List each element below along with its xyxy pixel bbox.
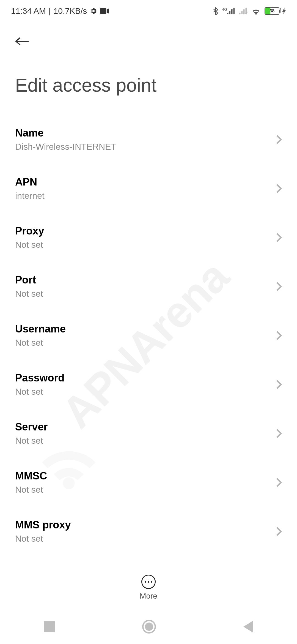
svg-rect-3 xyxy=(231,9,233,14)
row-mmsc[interactable]: MMSC Not set xyxy=(0,458,297,507)
svg-rect-5 xyxy=(239,13,241,14)
bluetooth-icon xyxy=(213,7,218,15)
row-label: Name xyxy=(15,127,116,139)
camera-icon xyxy=(100,8,109,14)
row-username[interactable]: Username Not set xyxy=(0,311,297,360)
svg-rect-7 xyxy=(243,9,245,14)
more-button[interactable] xyxy=(141,575,156,589)
network-type-label: 4G xyxy=(222,7,227,12)
wifi-icon xyxy=(251,7,261,15)
row-mms-proxy[interactable]: MMS proxy Not set xyxy=(0,507,297,556)
row-value: Not set xyxy=(15,338,66,348)
chevron-right-icon xyxy=(276,477,282,488)
row-password[interactable]: Password Not set xyxy=(0,360,297,409)
bottom-action-bar: More xyxy=(0,568,297,605)
row-apn[interactable]: APN internet xyxy=(0,164,297,213)
row-label: Username xyxy=(15,323,66,335)
nav-home-button[interactable] xyxy=(142,620,156,634)
row-value: Not set xyxy=(15,387,65,397)
arrow-left-icon xyxy=(15,36,29,47)
row-label: Proxy xyxy=(15,225,44,237)
chevron-right-icon xyxy=(276,232,282,243)
svg-rect-4 xyxy=(233,8,235,14)
row-value: Not set xyxy=(15,534,71,544)
nav-recent-button[interactable] xyxy=(44,621,55,632)
gear-icon xyxy=(90,7,97,15)
nav-back-button[interactable] xyxy=(243,621,253,633)
charging-icon xyxy=(282,8,286,14)
row-label: Server xyxy=(15,421,48,433)
chevron-right-icon xyxy=(276,526,282,537)
row-value: Not set xyxy=(15,240,44,250)
row-label: APN xyxy=(15,176,45,188)
row-name[interactable]: Name Dish-Wireless-INTERNET xyxy=(0,115,297,164)
row-value: internet xyxy=(15,191,45,201)
row-port[interactable]: Port Not set xyxy=(0,262,297,311)
row-label: MMS proxy xyxy=(15,519,71,531)
chevron-right-icon xyxy=(276,379,282,390)
row-value: Not set xyxy=(15,289,43,299)
status-time: 11:34 AM xyxy=(11,6,46,16)
row-label: MMSC xyxy=(15,470,47,482)
row-proxy[interactable]: Proxy Not set xyxy=(0,213,297,262)
row-value: Not set xyxy=(15,485,47,495)
row-value: Not set xyxy=(15,436,48,446)
row-server[interactable]: Server Not set xyxy=(0,409,297,458)
svg-rect-1 xyxy=(227,13,229,14)
svg-rect-2 xyxy=(229,11,231,14)
more-label: More xyxy=(140,592,157,601)
svg-rect-6 xyxy=(241,11,243,14)
chevron-right-icon xyxy=(276,428,282,439)
settings-list: Name Dish-Wireless-INTERNET APN internet… xyxy=(0,104,297,556)
status-data-rate: 10.7KB/s xyxy=(54,6,87,16)
more-dots-icon xyxy=(145,581,152,583)
chevron-right-icon xyxy=(276,134,282,145)
signal-sim2-icon xyxy=(239,8,248,14)
row-label: Port xyxy=(15,274,43,286)
signal-sim1-icon xyxy=(227,8,235,14)
chevron-right-icon xyxy=(276,183,282,194)
chevron-right-icon xyxy=(276,281,282,292)
svg-rect-0 xyxy=(100,8,106,14)
row-label: Password xyxy=(15,372,65,384)
row-value: Dish-Wireless-INTERNET xyxy=(15,142,116,152)
battery-indicator: 38 ' xyxy=(265,6,286,16)
status-bar: 11:34 AM | 10.7KB/s 4G 38 ' xyxy=(0,0,297,19)
page-title: Edit access point xyxy=(15,74,282,96)
chevron-right-icon xyxy=(276,330,282,341)
system-nav-bar xyxy=(0,609,297,644)
battery-percent: 38 xyxy=(265,9,279,13)
back-button[interactable] xyxy=(15,36,29,47)
